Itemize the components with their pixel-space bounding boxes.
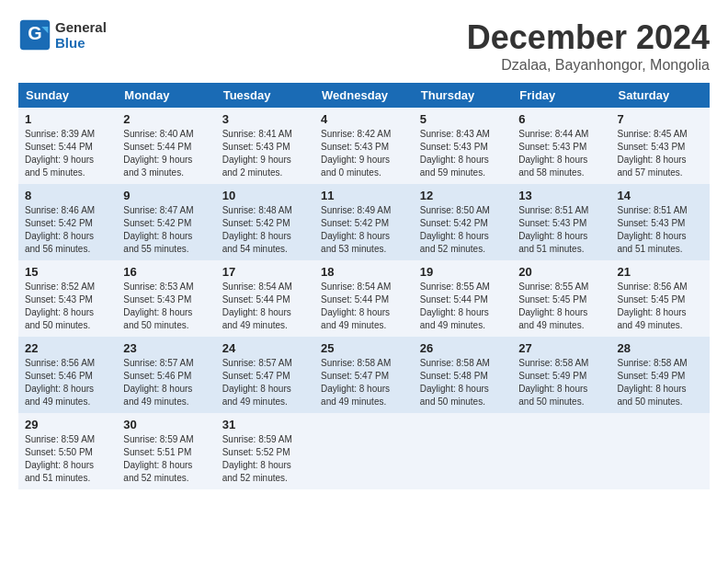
day-info: Sunrise: 8:45 AM Sunset: 5:43 PM Dayligh… — [617, 128, 703, 179]
day-number: 10 — [222, 189, 308, 202]
day-info: Sunrise: 8:59 AM Sunset: 5:51 PM Dayligh… — [123, 433, 209, 485]
title-area: December 2024 Dzalaa, Bayanhongor, Mongo… — [467, 18, 710, 74]
day-number: 31 — [222, 418, 308, 431]
calendar-cell: 26Sunrise: 8:58 AM Sunset: 5:48 PM Dayli… — [414, 337, 513, 413]
calendar-body: 1Sunrise: 8:39 AM Sunset: 5:44 PM Daylig… — [18, 108, 710, 489]
calendar-cell: 7Sunrise: 8:45 AM Sunset: 5:43 PM Daylig… — [610, 108, 710, 184]
calendar-cell: 6Sunrise: 8:44 AM Sunset: 5:43 PM Daylig… — [512, 108, 610, 184]
day-number: 19 — [420, 265, 506, 279]
day-info: Sunrise: 8:58 AM Sunset: 5:48 PM Dayligh… — [420, 357, 506, 408]
week-row-3: 15Sunrise: 8:52 AM Sunset: 5:43 PM Dayli… — [18, 260, 710, 337]
day-info: Sunrise: 8:48 AM Sunset: 5:42 PM Dayligh… — [222, 204, 308, 256]
calendar-cell — [610, 413, 710, 489]
day-number: 29 — [25, 418, 110, 431]
day-info: Sunrise: 8:39 AM Sunset: 5:44 PM Dayligh… — [25, 128, 110, 179]
day-info: Sunrise: 8:54 AM Sunset: 5:44 PM Dayligh… — [321, 281, 407, 332]
weekday-wednesday: Wednesday — [314, 83, 414, 108]
day-number: 5 — [420, 112, 506, 126]
calendar-cell: 15Sunrise: 8:52 AM Sunset: 5:43 PM Dayli… — [18, 260, 117, 337]
day-number: 27 — [518, 341, 604, 355]
calendar-cell: 12Sunrise: 8:50 AM Sunset: 5:42 PM Dayli… — [414, 184, 513, 260]
day-number: 18 — [321, 265, 407, 279]
calendar-cell: 21Sunrise: 8:56 AM Sunset: 5:45 PM Dayli… — [610, 260, 710, 337]
day-info: Sunrise: 8:44 AM Sunset: 5:43 PM Dayligh… — [518, 128, 604, 179]
day-info: Sunrise: 8:55 AM Sunset: 5:45 PM Dayligh… — [518, 281, 604, 332]
weekday-header: SundayMondayTuesdayWednesdayThursdayFrid… — [18, 83, 710, 108]
calendar: SundayMondayTuesdayWednesdayThursdayFrid… — [18, 83, 710, 489]
day-number: 22 — [25, 341, 110, 355]
day-info: Sunrise: 8:51 AM Sunset: 5:43 PM Dayligh… — [518, 204, 604, 256]
calendar-cell: 16Sunrise: 8:53 AM Sunset: 5:43 PM Dayli… — [117, 260, 215, 337]
day-info: Sunrise: 8:54 AM Sunset: 5:44 PM Dayligh… — [222, 281, 308, 332]
calendar-cell: 14Sunrise: 8:51 AM Sunset: 5:43 PM Dayli… — [610, 184, 710, 260]
week-row-5: 29Sunrise: 8:59 AM Sunset: 5:50 PM Dayli… — [18, 413, 710, 489]
calendar-cell: 10Sunrise: 8:48 AM Sunset: 5:42 PM Dayli… — [216, 184, 314, 260]
day-info: Sunrise: 8:57 AM Sunset: 5:46 PM Dayligh… — [123, 357, 209, 408]
day-number: 26 — [420, 341, 506, 355]
weekday-sunday: Sunday — [18, 83, 117, 108]
day-number: 14 — [617, 189, 703, 202]
day-info: Sunrise: 8:55 AM Sunset: 5:44 PM Dayligh… — [420, 281, 506, 332]
calendar-cell: 17Sunrise: 8:54 AM Sunset: 5:44 PM Dayli… — [216, 260, 314, 337]
calendar-cell: 19Sunrise: 8:55 AM Sunset: 5:44 PM Dayli… — [414, 260, 513, 337]
week-row-2: 8Sunrise: 8:46 AM Sunset: 5:42 PM Daylig… — [18, 184, 710, 260]
location-title: Dzalaa, Bayanhongor, Mongolia — [467, 57, 710, 74]
day-number: 3 — [222, 112, 308, 126]
week-row-1: 1Sunrise: 8:39 AM Sunset: 5:44 PM Daylig… — [18, 108, 710, 184]
day-number: 28 — [617, 341, 703, 355]
calendar-cell: 3Sunrise: 8:41 AM Sunset: 5:43 PM Daylig… — [216, 108, 314, 184]
day-number: 15 — [25, 265, 110, 279]
logo: G General Blue — [18, 18, 107, 52]
calendar-cell: 4Sunrise: 8:42 AM Sunset: 5:43 PM Daylig… — [314, 108, 414, 184]
day-info: Sunrise: 8:50 AM Sunset: 5:42 PM Dayligh… — [420, 204, 506, 256]
day-info: Sunrise: 8:59 AM Sunset: 5:50 PM Dayligh… — [25, 433, 110, 485]
weekday-saturday: Saturday — [610, 83, 710, 108]
day-info: Sunrise: 8:59 AM Sunset: 5:52 PM Dayligh… — [222, 433, 308, 485]
calendar-cell: 25Sunrise: 8:58 AM Sunset: 5:47 PM Dayli… — [314, 337, 414, 413]
weekday-monday: Monday — [117, 83, 215, 108]
day-info: Sunrise: 8:58 AM Sunset: 5:49 PM Dayligh… — [518, 357, 604, 408]
calendar-cell: 8Sunrise: 8:46 AM Sunset: 5:42 PM Daylig… — [18, 184, 117, 260]
day-number: 17 — [222, 265, 308, 279]
day-number: 7 — [617, 112, 703, 126]
day-info: Sunrise: 8:57 AM Sunset: 5:47 PM Dayligh… — [222, 357, 308, 408]
day-number: 9 — [123, 189, 209, 202]
day-info: Sunrise: 8:43 AM Sunset: 5:43 PM Dayligh… — [420, 128, 506, 179]
day-number: 2 — [123, 112, 209, 126]
calendar-cell: 20Sunrise: 8:55 AM Sunset: 5:45 PM Dayli… — [512, 260, 610, 337]
day-info: Sunrise: 8:52 AM Sunset: 5:43 PM Dayligh… — [25, 281, 110, 332]
day-number: 24 — [222, 341, 308, 355]
day-number: 21 — [617, 265, 703, 279]
calendar-cell: 11Sunrise: 8:49 AM Sunset: 5:42 PM Dayli… — [314, 184, 414, 260]
day-number: 8 — [25, 189, 110, 202]
day-info: Sunrise: 8:51 AM Sunset: 5:43 PM Dayligh… — [617, 204, 703, 256]
day-number: 16 — [123, 265, 209, 279]
week-row-4: 22Sunrise: 8:56 AM Sunset: 5:46 PM Dayli… — [18, 337, 710, 413]
calendar-cell: 24Sunrise: 8:57 AM Sunset: 5:47 PM Dayli… — [216, 337, 314, 413]
weekday-tuesday: Tuesday — [216, 83, 314, 108]
day-info: Sunrise: 8:58 AM Sunset: 5:47 PM Dayligh… — [321, 357, 407, 408]
day-number: 30 — [123, 418, 209, 431]
day-info: Sunrise: 8:40 AM Sunset: 5:44 PM Dayligh… — [123, 128, 209, 179]
calendar-cell — [414, 413, 513, 489]
day-info: Sunrise: 8:49 AM Sunset: 5:42 PM Dayligh… — [321, 204, 407, 256]
day-number: 23 — [123, 341, 209, 355]
calendar-cell — [314, 413, 414, 489]
day-number: 4 — [321, 112, 407, 126]
day-info: Sunrise: 8:46 AM Sunset: 5:42 PM Dayligh… — [25, 204, 110, 256]
weekday-thursday: Thursday — [414, 83, 513, 108]
calendar-cell: 29Sunrise: 8:59 AM Sunset: 5:50 PM Dayli… — [18, 413, 117, 489]
day-number: 25 — [321, 341, 407, 355]
day-number: 11 — [321, 189, 407, 202]
day-info: Sunrise: 8:56 AM Sunset: 5:46 PM Dayligh… — [25, 357, 110, 408]
day-info: Sunrise: 8:42 AM Sunset: 5:43 PM Dayligh… — [321, 128, 407, 179]
month-title: December 2024 — [467, 18, 710, 57]
calendar-cell: 13Sunrise: 8:51 AM Sunset: 5:43 PM Dayli… — [512, 184, 610, 260]
logo-icon: G — [18, 18, 51, 52]
calendar-cell: 23Sunrise: 8:57 AM Sunset: 5:46 PM Dayli… — [117, 337, 215, 413]
day-number: 12 — [420, 189, 506, 202]
calendar-cell: 22Sunrise: 8:56 AM Sunset: 5:46 PM Dayli… — [18, 337, 117, 413]
calendar-cell: 27Sunrise: 8:58 AM Sunset: 5:49 PM Dayli… — [512, 337, 610, 413]
day-number: 6 — [518, 112, 604, 126]
calendar-cell: 9Sunrise: 8:47 AM Sunset: 5:42 PM Daylig… — [117, 184, 215, 260]
